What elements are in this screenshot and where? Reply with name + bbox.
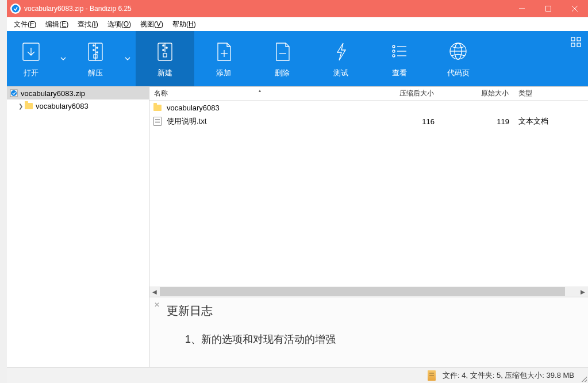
file-name: vocabulary6083: [167, 104, 220, 112]
svg-point-15: [163, 45, 164, 46]
file-list-header[interactable]: 名称 ▴ 压缩后大小 原始大小 类型: [149, 87, 588, 101]
globe-icon: [447, 39, 470, 63]
horizontal-scrollbar[interactable]: ◀ ▶: [149, 286, 588, 297]
chevron-down-icon: [60, 57, 66, 60]
preview-body: 1、新的选项和对现有活动的增强: [167, 332, 577, 346]
preview-title: 更新日志: [167, 303, 577, 319]
file-type: 文本文档: [514, 116, 588, 127]
file-list[interactable]: vocabulary6083 使用说明.txt 116 119 文本文: [149, 101, 588, 286]
menu-file[interactable]: 文件(F): [9, 18, 41, 30]
svg-point-11: [97, 52, 98, 53]
test-button[interactable]: 测试: [312, 31, 370, 86]
tree-child-label: vocabulary6083: [36, 102, 89, 110]
preview-close-button[interactable]: ✕: [154, 301, 160, 309]
menu-view[interactable]: 视图(V): [136, 18, 168, 30]
folder-tree[interactable]: vocabulary6083.zip ❯ vocabulary6083: [7, 87, 149, 367]
svg-point-10: [93, 49, 94, 51]
svg-rect-34: [577, 43, 581, 47]
folder-icon: [153, 103, 162, 112]
delete-icon: [271, 39, 294, 63]
close-icon: [572, 6, 578, 12]
tree-root-label: vocabulary6083.zip: [21, 89, 85, 98]
menu-options[interactable]: 选项(O): [103, 18, 136, 30]
svg-point-36: [11, 90, 17, 96]
window-title: vocabulary6083.zip - Bandizip 6.25: [24, 5, 509, 13]
view-list-icon: [388, 39, 411, 63]
test-icon: [329, 39, 352, 63]
open-icon: [20, 39, 43, 63]
expand-icon[interactable]: ❯: [17, 103, 24, 109]
svg-point-24: [393, 50, 395, 52]
svg-point-22: [393, 45, 395, 48]
status-text: 文件: 4, 文件夹: 5, 压缩包大小: 39.8 MB: [443, 370, 574, 381]
svg-rect-32: [577, 37, 581, 41]
menu-find[interactable]: 查找(I): [73, 18, 102, 30]
new-button[interactable]: 新建: [136, 31, 194, 86]
file-osize: 119: [439, 117, 514, 126]
open-button[interactable]: 打开: [7, 31, 55, 86]
window-controls: [509, 0, 588, 17]
codepage-button[interactable]: 代码页: [429, 31, 487, 86]
extract-button[interactable]: 解压: [71, 31, 120, 86]
add-icon: [212, 39, 235, 63]
col-compressed[interactable]: 压缩后大小: [368, 89, 439, 98]
scroll-left-button[interactable]: ◀: [149, 286, 160, 297]
scroll-right-button[interactable]: ▶: [578, 286, 588, 297]
tree-child[interactable]: ❯ vocabulary6083: [7, 99, 149, 112]
file-name: 使用说明.txt: [167, 116, 206, 127]
minimize-button[interactable]: [509, 0, 535, 17]
add-button[interactable]: 添加: [194, 31, 253, 86]
file-row[interactable]: vocabulary6083: [149, 101, 588, 114]
grid-icon: [571, 37, 581, 47]
folder-icon: [24, 101, 33, 110]
svg-rect-2: [546, 6, 551, 12]
col-original[interactable]: 原始大小: [439, 89, 514, 98]
preview-pane: ✕ 更新日志 1、新的选项和对现有活动的增强: [149, 297, 588, 367]
view-button[interactable]: 查看: [370, 31, 429, 86]
text-file-icon: [153, 117, 162, 126]
close-button[interactable]: [562, 0, 588, 17]
maximize-icon: [545, 6, 551, 12]
extract-icon: [84, 39, 107, 63]
extract-dropdown[interactable]: [120, 31, 136, 86]
tree-root[interactable]: vocabulary6083.zip: [7, 87, 149, 99]
svg-rect-18: [163, 53, 167, 57]
svg-point-16: [166, 47, 167, 48]
app-icon: [10, 3, 21, 14]
delete-button[interactable]: 删除: [253, 31, 312, 86]
svg-point-9: [97, 47, 98, 48]
col-name[interactable]: 名称 ▴: [149, 89, 368, 98]
scroll-track[interactable]: [160, 286, 578, 297]
archive-icon: [9, 89, 18, 98]
svg-rect-33: [571, 43, 575, 47]
toolbar: 打开 解压 新建 添加: [7, 31, 588, 86]
content-area: vocabulary6083.zip ❯ vocabulary6083 名称 ▴…: [7, 86, 588, 367]
open-dropdown[interactable]: [55, 31, 71, 86]
menubar: 文件(F) 编辑(E) 查找(I) 选项(O) 视图(V) 帮助(H): [7, 17, 588, 31]
svg-point-17: [163, 49, 164, 51]
maximize-button[interactable]: [535, 0, 562, 17]
svg-point-8: [93, 45, 94, 46]
menu-edit[interactable]: 编辑(E): [41, 18, 73, 30]
sort-asc-icon: ▴: [259, 88, 261, 93]
svg-rect-31: [571, 37, 575, 41]
svg-point-26: [393, 55, 395, 57]
svg-point-0: [12, 5, 20, 13]
file-row[interactable]: 使用说明.txt 116 119 文本文档: [149, 114, 588, 128]
new-archive-icon: [153, 39, 176, 63]
col-type[interactable]: 类型: [514, 89, 588, 98]
archive-status-icon: [428, 370, 436, 381]
right-pane: 名称 ▴ 压缩后大小 原始大小 类型 vocabulary6083: [149, 87, 588, 367]
scroll-thumb[interactable]: [160, 287, 565, 296]
toolbar-settings-button[interactable]: [571, 37, 581, 49]
file-list-area: 名称 ▴ 压缩后大小 原始大小 类型 vocabulary6083: [149, 87, 588, 297]
statusbar: 文件: 4, 文件夹: 5, 压缩包大小: 39.8 MB: [7, 367, 588, 383]
menu-help[interactable]: 帮助(H): [168, 18, 201, 30]
minimize-icon: [519, 6, 525, 12]
titlebar[interactable]: vocabulary6083.zip - Bandizip 6.25: [7, 0, 588, 17]
file-csize: 116: [368, 117, 439, 126]
resize-grip[interactable]: [580, 375, 587, 382]
chevron-down-icon: [125, 57, 130, 60]
cropped-background: [0, 0, 7, 383]
app-window: vocabulary6083.zip - Bandizip 6.25 文件(F)…: [7, 0, 588, 383]
